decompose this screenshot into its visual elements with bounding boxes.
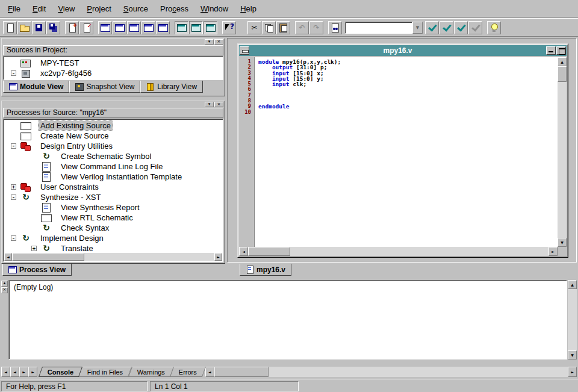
console-tab-console[interactable]: Console [39, 367, 83, 377]
toggle-processes-window-button[interactable] [113, 21, 126, 34]
process-item-implement-design[interactable]: -↻Implement Design [4, 233, 223, 243]
menu-project[interactable]: Project [81, 2, 117, 16]
tree-expander[interactable]: - [11, 194, 16, 200]
copy-button[interactable] [262, 21, 276, 34]
new-file-button[interactable] [3, 21, 17, 34]
process-item-view-rtl-schematic[interactable]: View RTL Schematic [4, 213, 223, 223]
paste-button[interactable] [276, 21, 290, 34]
menu-view[interactable]: View [52, 2, 81, 16]
scroll-right-icon[interactable]: ► [568, 367, 577, 377]
console-tab-find-in-files[interactable]: Find in Files [78, 367, 132, 377]
scroll-left-icon[interactable]: ◄ [4, 253, 12, 261]
process-tree-horizontal-scrollbar[interactable]: ◄► [4, 253, 222, 261]
menu-help[interactable]: Help [234, 2, 263, 16]
scrollbar-track[interactable] [84, 253, 214, 261]
process-item-user-constraints[interactable]: +User Constraints [4, 182, 223, 192]
scroll-up-icon[interactable]: ▲ [568, 280, 577, 289]
scroll-right-icon[interactable]: ► [548, 247, 558, 256]
editor-titlebar[interactable]: mpy16.v [239, 45, 567, 56]
find-in-files-button[interactable] [328, 21, 342, 34]
layout-view-3-button[interactable] [204, 21, 217, 34]
scrollbar-track[interactable] [290, 247, 548, 256]
open-file-button[interactable] [17, 21, 31, 34]
console-horizontal-scrollbar[interactable]: ◄ ► [205, 367, 577, 377]
tab-mpy16-v[interactable]: mpy16.v [240, 264, 291, 276]
scrollbar-track[interactable] [269, 367, 568, 377]
tab-scroll-last-button[interactable]: ► [28, 367, 37, 377]
lightbulb-button[interactable] [487, 21, 501, 34]
undo-button[interactable]: ↶ [295, 21, 309, 34]
source-item-xc2vp7-6fg456[interactable]: -xc2vp7-6fg456 [4, 68, 223, 78]
save-all-button[interactable] [46, 21, 60, 34]
sources-panel-gripper[interactable]: ▾ × [2, 39, 225, 45]
processes-panel-gripper[interactable]: ▾ × [2, 101, 225, 108]
tab-scroll-prev-button[interactable]: ◄ [10, 367, 19, 377]
panel-dock-button[interactable]: ▴ [1, 281, 8, 287]
process-item-view-verilog-instantiation-template[interactable]: View Verilog Instantiation Template [4, 172, 223, 182]
process-item-view-command-line-log-file[interactable]: View Command Line Log File [4, 161, 223, 172]
scroll-right-icon[interactable]: ► [214, 253, 222, 261]
process-item-view-synthesis-report[interactable]: View Synthesis Report [4, 202, 223, 213]
tab-library-view[interactable]: Library View [140, 81, 203, 93]
editor-vertical-scrollbar[interactable]: ▲ ▼ [558, 57, 567, 247]
panel-close-button[interactable]: × [1, 287, 8, 293]
process-item-add-existing-source[interactable]: Add Existing Source [4, 120, 223, 131]
scrollbar-thumb[interactable] [12, 253, 84, 261]
menu-process[interactable]: Process [154, 2, 194, 16]
tab-snapshot-view[interactable]: Snapshot View [69, 81, 140, 93]
process-item-translate[interactable]: +↻Translate [4, 243, 223, 254]
menu-window[interactable]: Window [194, 2, 234, 16]
process-item-synthesize-xst[interactable]: -↻Synthesize - XST [4, 192, 223, 202]
scrollbar-thumb[interactable] [558, 66, 567, 82]
source-item-mpy-test[interactable]: MPY-TEST [4, 58, 223, 68]
toggle-sources-window-button[interactable] [98, 21, 112, 34]
goto-previous-button[interactable] [425, 21, 439, 34]
editor-horizontal-scrollbar[interactable]: ◄ ► [239, 247, 558, 256]
tab-scroll-first-button[interactable]: ◄ [1, 367, 10, 377]
verify-all-button[interactable] [468, 21, 482, 34]
console-log[interactable]: (Empty Log) [8, 280, 567, 359]
panel-close-button[interactable]: × [214, 39, 223, 45]
add-source-button[interactable] [65, 21, 79, 34]
layout-view-1-button[interactable] [175, 21, 188, 34]
menu-edit[interactable]: Edit [26, 2, 52, 16]
code-editor[interactable]: module mpy16(p,x,y,clk); output [31:0] p… [255, 57, 558, 247]
find-input[interactable] [345, 22, 412, 34]
tab-module-view[interactable]: Module View [3, 81, 69, 93]
panel-dock-button[interactable]: ▾ [205, 102, 214, 107]
tree-expander[interactable]: + [31, 246, 37, 251]
tree-expander[interactable]: - [11, 143, 16, 149]
scrollbar-thumb[interactable] [214, 367, 269, 377]
scroll-left-icon[interactable]: ◄ [239, 247, 248, 256]
tab-scroll-next-button[interactable]: ► [19, 367, 28, 377]
cut-button[interactable]: ✂ [247, 21, 261, 34]
console-tab-warnings[interactable]: Warnings [128, 367, 174, 377]
layout-view-2-button[interactable] [189, 21, 203, 34]
redo-button[interactable]: ↷ [309, 21, 323, 34]
tab-process-view[interactable]: Process View [2, 264, 72, 276]
toggle-library-window-button[interactable] [156, 21, 170, 34]
process-item-design-entry-utilities[interactable]: -Design Entry Utilities [4, 141, 223, 151]
tree-expander[interactable]: - [11, 70, 16, 76]
window-minimize-button[interactable] [546, 46, 556, 55]
process-item-check-syntax[interactable]: ↻Check Syntax [4, 223, 223, 233]
verify-button[interactable] [454, 21, 468, 34]
console-tab-errors[interactable]: Errors [170, 367, 206, 377]
toggle-snapshot-window-button[interactable] [141, 21, 155, 34]
console-vertical-scrollbar[interactable]: ▲ ▼ [568, 280, 577, 359]
toggle-transcript-window-button[interactable] [127, 21, 141, 34]
scroll-down-icon[interactable]: ▼ [558, 238, 567, 247]
process-item-create-new-source[interactable]: Create New Source [4, 131, 223, 141]
scroll-left-icon[interactable]: ◄ [205, 367, 214, 377]
panel-dock-button[interactable]: ▾ [205, 39, 214, 45]
goto-next-button[interactable] [440, 21, 453, 34]
process-item-create-schematic-symbol[interactable]: ↻Create Schematic Symbol [4, 151, 223, 161]
find-dropdown-button[interactable]: ▼ [412, 22, 423, 34]
tree-expander[interactable]: - [11, 235, 16, 241]
menu-file[interactable]: File [2, 2, 26, 16]
scrollbar-thumb[interactable] [248, 247, 290, 256]
add-copy-of-source-button[interactable] [79, 21, 93, 34]
panel-close-button[interactable]: × [214, 102, 223, 107]
window-system-menu-button[interactable] [240, 46, 249, 55]
context-help-button[interactable] [222, 21, 236, 34]
